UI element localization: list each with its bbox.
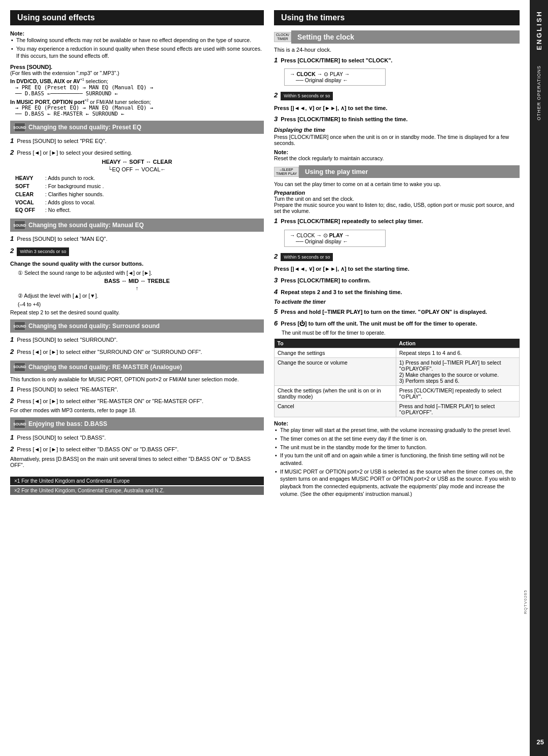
play-step4: 4 Repeat steps 2 and 3 to set the finish… bbox=[274, 287, 520, 297]
dbass-step2-num: 2 bbox=[10, 445, 14, 453]
def-heavy: HEAVY bbox=[15, 174, 43, 183]
sound-icon-surround: SOUND bbox=[14, 321, 25, 331]
eq-flow-1: → PRE EQ (Preset EQ) → MAN EQ (Manual EQ… bbox=[15, 84, 264, 90]
bass-mid-treble: BASS ↔ MID ↔ TREBLE bbox=[10, 278, 264, 284]
dbass-step2-text: Press [◄] or [►] to select either "D.BAS… bbox=[17, 446, 179, 452]
press-sound-section: Press [SOUND]. (For files with the exten… bbox=[10, 64, 264, 117]
eq-flow-4: ── D.BASS ← RE-MASTER ← SURROUND ← bbox=[15, 111, 264, 117]
dbass-step1: 1 Press [SOUND] to select "D.BASS". bbox=[10, 433, 264, 442]
footnote-2: ×2 For the United Kingdom, Continental E… bbox=[10, 486, 264, 495]
def-vocal: VOCAL bbox=[15, 199, 43, 207]
table-row: Cancel Press and hold [–TIMER PLAY] to s… bbox=[275, 402, 520, 417]
remaster-mp3-note: For other modes with MP3 contents, refer… bbox=[10, 407, 264, 413]
play-flow-line2: ── Original display ← bbox=[296, 238, 380, 244]
remaster-step2-text: Press [◄] or [►] to select either "RE-MA… bbox=[17, 398, 203, 404]
manual-eq-title: Changing the sound quality: Manual EQ bbox=[28, 222, 144, 229]
table-cell-to-1: Change the source or volume bbox=[275, 358, 396, 386]
table-cell-action-2: Press [CLOCK/TIMER] repeatedly to select… bbox=[396, 386, 519, 402]
play-timer-header: Using the play timer bbox=[299, 165, 520, 178]
clock-step1-text: Press [CLOCK/TIMER] to select "CLOCK". bbox=[281, 57, 392, 63]
right-column: Using the timers CLOCK/TIMER Setting the… bbox=[274, 10, 520, 746]
play-step5-text: Press and hold [–TIMER PLAY] to turn on … bbox=[281, 309, 487, 315]
displaying-time-title: Displaying the time bbox=[274, 127, 520, 133]
clock-note-title: Note: bbox=[274, 149, 520, 155]
in-music-text: In MUSIC PORT, OPTION port bbox=[10, 98, 84, 104]
play-step5: 5 Press and hold [–TIMER PLAY] to turn o… bbox=[274, 307, 520, 316]
play-step2: 2 Within 5 seconds or so bbox=[274, 251, 520, 263]
play-step1: 1 Press [CLOCK/TIMER] repeatedly to sele… bbox=[274, 217, 520, 226]
other-ops-label: OTHER OPERATIONS bbox=[536, 65, 541, 120]
play-step3: 3 Press [CLOCK/TIMER] to confirm. bbox=[274, 276, 520, 285]
clock-step2-num: 2 bbox=[274, 91, 278, 99]
play-timer-note-title: Note: bbox=[274, 420, 520, 426]
clock-note-text: Reset the clock regularly to maintain ac… bbox=[274, 155, 520, 161]
clock-icon-row: CLOCK/TIMER Setting the clock bbox=[274, 30, 520, 44]
press-sound-label: Press [SOUND]. bbox=[10, 64, 264, 70]
table-header-to: To bbox=[275, 339, 396, 348]
manual-substep2-range: (–4 to +4) bbox=[18, 301, 264, 308]
manual-substep1: ① Select the sound range to be adjusted … bbox=[18, 269, 264, 277]
footnote-1: ×1 For the United Kingdom and Continenta… bbox=[10, 477, 264, 485]
def-eqoff: EQ OFF bbox=[15, 206, 43, 214]
surround-title: Changing the sound quality: Surround sou… bbox=[28, 322, 160, 330]
surround-step1-num: 1 bbox=[10, 336, 14, 343]
play-note-0: The play timer will start at the preset … bbox=[274, 426, 520, 434]
manual-step2-text: Change the sound quality with the cursor… bbox=[10, 260, 264, 268]
step-text-2: Press [◄] or [►] to select your desired … bbox=[17, 150, 132, 156]
step-num: 1 bbox=[10, 137, 14, 145]
table-cell-action-3: Press and hold [–TIMER PLAY] to select "… bbox=[396, 402, 519, 417]
play-note-3: If you turn the unit off and on again wh… bbox=[274, 452, 520, 466]
def-row-vocal: VOCAL : Adds gloss to vocal. bbox=[15, 199, 264, 207]
clock-timer-icon: CLOCK/TIMER bbox=[274, 32, 291, 42]
clock-step2: 2 Within 5 seconds or so bbox=[274, 90, 520, 102]
play-note-4: If MUSIC PORT or OPTION port×2 or USB is… bbox=[274, 468, 520, 498]
to-activate-label: To activate the timer bbox=[274, 299, 520, 305]
in-dvd-label: In DVD/CD, USB, AUX or AV×1 selection; bbox=[10, 78, 264, 84]
sleep-timer-icon: –SLEEPTIMER PLAY bbox=[274, 167, 299, 176]
manual-step2-num: 2 bbox=[10, 247, 14, 255]
table-cell-to-0: Change the settings bbox=[275, 348, 396, 358]
remaster-intro: This function is only available for MUSI… bbox=[10, 376, 264, 382]
press-sound-sub: (For files with the extension ".mp3" or … bbox=[10, 70, 264, 76]
within-5-play-badge: Within 5 seconds or so bbox=[281, 253, 333, 262]
clock-flow-line2: ── Original display ← bbox=[296, 77, 380, 83]
right-section-title: Using the timers bbox=[274, 10, 520, 25]
play-step6-text: Press [⏻] to turn off the unit. The unit… bbox=[281, 320, 477, 327]
step-text: Press [SOUND] to select "PRE EQ". bbox=[17, 138, 107, 144]
play-timer-icon-row: –SLEEPTIMER PLAY Using the play timer bbox=[274, 165, 520, 178]
play-flow: → CLOCK → ⊙ PLAY → ── Original display ← bbox=[284, 230, 386, 247]
def-soft: SOFT bbox=[15, 183, 43, 191]
eq-sub: └EQ OFF ↔ VOCAL← bbox=[10, 166, 264, 172]
preparation-section: Preparation Turn the unit on and set the… bbox=[274, 190, 520, 214]
def-clear-val: : Clarifies higher sounds. bbox=[45, 191, 104, 199]
sound-icon-remaster: SOUND bbox=[14, 363, 25, 372]
in-music-end: or FM/AM tuner selection; bbox=[88, 98, 151, 104]
rqtv-label: RQTV0265 bbox=[523, 590, 528, 614]
manual-step1-num: 1 bbox=[10, 235, 14, 242]
setting-clock-header: Setting the clock bbox=[291, 30, 520, 44]
sound-icon-dbass: SOUND bbox=[14, 419, 25, 428]
dbass-step2: 2 Press [◄] or [►] to select either "D.B… bbox=[10, 445, 264, 454]
treble-arrow: ↑ bbox=[10, 285, 264, 291]
in-dvd-end: selection; bbox=[84, 78, 108, 84]
remaster-step1: 1 Press [SOUND] to select "RE-MASTER". bbox=[10, 385, 264, 394]
play-step1-text: Press [CLOCK/TIMER] repeatedly to select… bbox=[281, 218, 423, 224]
preset-eq-header: SOUND Changing the sound quality: Preset… bbox=[10, 121, 264, 134]
play-step6-num: 6 bbox=[274, 319, 278, 327]
play-step5-section: To activate the timer 5 Press and hold [… bbox=[274, 299, 520, 316]
def-row-soft: SOFT : For background music . bbox=[15, 183, 264, 191]
dbass-alt-text: Alternatively, press [D.BASS] on the mai… bbox=[10, 456, 264, 468]
page-number: 25 bbox=[537, 738, 544, 746]
within-3-badge: Within 3 seconds or so bbox=[17, 247, 69, 256]
surround-step2-text: Press [◄] or [►] to select either "SURRO… bbox=[17, 349, 202, 355]
surround-step1: 1 Press [SOUND] to select "SURROUND". bbox=[10, 335, 264, 344]
manual-substep2: ② Adjust the level with [▲] or [▼]. bbox=[18, 292, 264, 300]
remaster-header: SOUND Changing the sound quality: RE-MAS… bbox=[10, 361, 264, 374]
english-tab: ENGLISH OTHER OPERATIONS 25 bbox=[530, 0, 548, 756]
play-step3-num: 3 bbox=[274, 276, 278, 284]
manual-eq-header: SOUND Changing the sound quality: Manual… bbox=[10, 219, 264, 232]
remaster-step1-text: Press [SOUND] to select "RE-MASTER". bbox=[17, 386, 118, 392]
table-row: Change the settings Repeat steps 1 to 4 … bbox=[275, 348, 520, 358]
displaying-time-text: Press [CLOCK/TIMER] once when the unit i… bbox=[274, 134, 520, 146]
def-soft-val: : For background music . bbox=[45, 183, 104, 191]
